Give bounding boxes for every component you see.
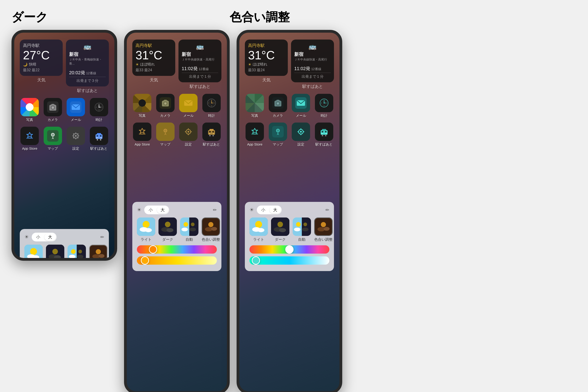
svg-rect-25 bbox=[75, 138, 76, 139]
dark-mail-label: メール bbox=[71, 118, 81, 122]
tint1-size-large[interactable]: 大 bbox=[157, 206, 168, 214]
dark-app-photos[interactable]: 写真 bbox=[20, 98, 40, 122]
tint1-theme-tint[interactable]: 色合い調整 bbox=[202, 218, 220, 242]
dark-app-maps[interactable]: マップ bbox=[43, 127, 63, 151]
tint1-app-ekisubaato[interactable]: 駅すばあと bbox=[202, 122, 222, 147]
dark-size-small[interactable]: 小 bbox=[32, 233, 44, 241]
dark-mail-icon bbox=[67, 98, 85, 116]
tint1-theme-light[interactable]: ライト bbox=[137, 218, 155, 242]
tint1-app-appstore[interactable]: App Store bbox=[132, 122, 152, 147]
tint1-settings-label: 設定 bbox=[185, 142, 192, 147]
tint2-theme-dark[interactable]: ダーク bbox=[271, 218, 289, 242]
tint2-camera-label: カメラ bbox=[273, 114, 283, 118]
tint2-cool-thumb[interactable] bbox=[252, 256, 260, 265]
tint1-theme-dark[interactable]: ダーク bbox=[159, 218, 177, 242]
svg-rect-91 bbox=[209, 133, 210, 134]
dark-app-mail[interactable]: メール bbox=[66, 98, 86, 122]
svg-point-156 bbox=[277, 222, 283, 227]
dark-ekisubaato-icon bbox=[90, 127, 108, 145]
tint2-cool-slider[interactable] bbox=[249, 256, 329, 265]
tint2-theme-dark-label: ダーク bbox=[275, 237, 286, 242]
tint2-app-camera[interactable]: カメラ bbox=[268, 94, 288, 118]
tint1-weather-label: 天気 bbox=[132, 77, 175, 83]
theme-light-preview bbox=[24, 245, 43, 258]
tint1-app-mail[interactable]: メール bbox=[179, 94, 198, 118]
dark-empty-space bbox=[20, 156, 109, 229]
ekisubaato-svg bbox=[93, 130, 105, 142]
eyedropper-icon[interactable]: ✏ bbox=[100, 234, 104, 240]
dark-appstore-label: App Store bbox=[22, 146, 37, 150]
svg-point-149 bbox=[322, 135, 323, 136]
tint2-app-ekisubaato[interactable]: 駅すばあと bbox=[314, 122, 334, 147]
tint2-app-mail[interactable]: メール bbox=[291, 94, 311, 118]
svg-rect-145 bbox=[325, 131, 327, 132]
dark-train-track: 12番線 bbox=[86, 71, 96, 76]
tint2-theme-light-label: ライト bbox=[253, 237, 264, 242]
tint1-app-photos[interactable]: 写真 bbox=[132, 94, 152, 118]
tint1-size-small[interactable]: 小 bbox=[145, 206, 156, 214]
tint1-app-camera[interactable]: カメラ bbox=[156, 94, 176, 118]
tint1-photos-label: 写真 bbox=[139, 114, 146, 118]
svg-point-51 bbox=[71, 249, 76, 254]
dark-maps-label: マップ bbox=[47, 146, 58, 151]
dark-app-settings[interactable]: 設定 bbox=[66, 127, 86, 151]
dark-app-ekisubaato[interactable]: 駅すばあと bbox=[89, 127, 109, 151]
dark-weather-label: 天気 bbox=[20, 77, 63, 83]
svg-point-14 bbox=[99, 107, 99, 108]
dark-theme-tint[interactable]: 色合い調整 bbox=[89, 245, 108, 258]
tint-phone2-container: 高円寺駅 31°C ☀ ほぼ晴れ 最33 最24 bbox=[237, 30, 342, 392]
svg-rect-35 bbox=[100, 135, 102, 136]
high-label: 最 bbox=[23, 68, 27, 72]
tint1-train-departure: 出発まで１分 bbox=[182, 73, 218, 79]
tint2-weather-minmax: 最33 最24 bbox=[248, 68, 285, 73]
dark-theme-dark[interactable]: ダーク bbox=[46, 245, 64, 258]
tint2-size-large[interactable]: 大 bbox=[269, 206, 281, 214]
tint1-app-settings[interactable]: 設定 bbox=[179, 122, 198, 147]
tint2-ekisubaato-icon bbox=[315, 122, 333, 141]
tint1-eyedropper-icon[interactable]: ✏ bbox=[213, 207, 217, 213]
dark-app-clock[interactable]: 時計 bbox=[89, 98, 109, 122]
svg-point-134 bbox=[277, 130, 278, 131]
svg-rect-138 bbox=[300, 128, 301, 130]
tint2-app-clock[interactable]: 時計 bbox=[314, 94, 334, 118]
svg-point-163 bbox=[302, 228, 308, 231]
tint2-rainbow-slider[interactable] bbox=[249, 245, 329, 254]
dark-app-grid-row1: 写真 bbox=[20, 98, 109, 122]
tint2-app-photos[interactable]: 写真 bbox=[245, 94, 265, 118]
tint1-train-label: 駅すばあと bbox=[179, 84, 221, 89]
dark-theme-auto[interactable]: 自動 bbox=[67, 245, 86, 258]
tint2-app-settings[interactable]: 設定 bbox=[291, 122, 311, 147]
tint2-mail-icon bbox=[292, 94, 310, 112]
tint1-rainbow-slider[interactable] bbox=[137, 245, 217, 254]
tint1-theme-light-label: ライト bbox=[141, 237, 152, 242]
svg-point-40 bbox=[100, 139, 101, 140]
svg-point-128 bbox=[324, 102, 325, 104]
dark-app-camera[interactable]: カメラ bbox=[43, 98, 63, 122]
svg-point-154 bbox=[257, 228, 264, 232]
tint1-theme-auto[interactable]: 自動 bbox=[180, 218, 198, 242]
tint1-ekisubaato-icon bbox=[202, 122, 221, 141]
svg-point-162 bbox=[294, 228, 300, 231]
dark-size-large[interactable]: 大 bbox=[44, 233, 56, 241]
tint2-app-maps[interactable]: マップ bbox=[268, 122, 288, 147]
tint1-warm-thumb[interactable] bbox=[141, 256, 149, 265]
tint1-warm-slider[interactable] bbox=[137, 256, 217, 265]
tint2-size-small[interactable]: 小 bbox=[257, 206, 269, 214]
tint1-app-clock[interactable]: 時計 bbox=[202, 94, 222, 118]
dark-weather-widget-wrapper: 高円寺駅 27°C 🌙 快晴 最32 最22 bbox=[20, 40, 63, 93]
tint2-theme-light[interactable]: ライト bbox=[249, 218, 268, 242]
tint2-rainbow-thumb[interactable] bbox=[285, 245, 294, 254]
dark-camera-icon bbox=[44, 98, 62, 116]
tint2-maps-icon bbox=[269, 122, 287, 141]
tint2-theme-tint[interactable]: 色合い調整 bbox=[314, 218, 333, 242]
dark-theme-light[interactable]: ライト bbox=[24, 245, 43, 258]
tint2-theme-auto[interactable]: 自動 bbox=[293, 218, 311, 242]
tint2-eyedropper-icon[interactable]: ✏ bbox=[326, 207, 329, 213]
tint1-app-maps[interactable]: マップ bbox=[156, 122, 176, 147]
tint1-appstore-icon bbox=[133, 122, 151, 141]
svg-rect-159 bbox=[293, 218, 302, 236]
tint1-rainbow-thumb[interactable] bbox=[149, 245, 157, 254]
tint2-app-appstore[interactable]: App Store bbox=[245, 122, 265, 147]
dark-app-appstore[interactable]: App Store bbox=[20, 127, 40, 151]
tint2-clock-label: 時計 bbox=[321, 114, 328, 118]
